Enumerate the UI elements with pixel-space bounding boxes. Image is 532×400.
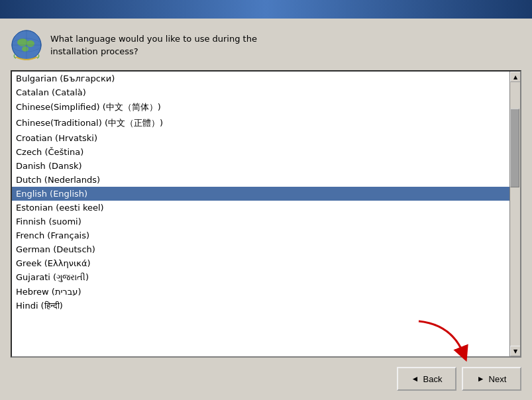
back-button[interactable]: ◄ Back [397, 367, 456, 391]
scrollbar-down-button[interactable]: ▼ [510, 346, 521, 356]
language-list-item[interactable]: Gujarati (ગુજરાતી) [12, 270, 509, 285]
next-icon: ► [477, 374, 485, 383]
main-content: What language would you like to use duri… [0, 19, 532, 400]
button-row: ◄ Back ► Next [11, 364, 521, 392]
language-list-item[interactable]: Greek (Ελληνικά) [12, 256, 509, 270]
language-list-item[interactable]: Czech (Čeština) [12, 145, 509, 159]
language-list-item[interactable]: Chinese(Simplified) (中文（简体）) [12, 99, 509, 115]
language-list-item[interactable]: Bulgarian (Български) [12, 72, 509, 85]
language-list-item[interactable]: German (Deutsch) [12, 242, 509, 256]
language-list-item[interactable]: Finnish (suomi) [12, 215, 509, 228]
language-list-item[interactable]: Danish (Dansk) [12, 159, 509, 173]
scrollbar-thumb-area[interactable] [510, 82, 520, 346]
language-list-item[interactable]: Estonian (eesti keel) [12, 201, 509, 215]
back-icon: ◄ [411, 374, 419, 383]
language-list-item[interactable]: Hindi (हिन्दी) [12, 299, 509, 313]
next-button[interactable]: ► Next [462, 367, 521, 391]
back-label: Back [423, 374, 442, 384]
scrollbar-up-button[interactable]: ▲ [510, 72, 521, 82]
svg-point-3 [27, 40, 34, 47]
language-list-item[interactable]: English (English) [12, 187, 509, 201]
language-list-item[interactable]: Croatian (Hrvatski) [12, 131, 509, 145]
language-list-item[interactable]: Hebrew (עברית) [12, 285, 509, 299]
globe-icon [11, 29, 42, 61]
header-text: What language would you like to use duri… [50, 32, 257, 58]
language-list-item[interactable]: Dutch (Nederlands) [12, 173, 509, 187]
header-question: What language would you like to use duri… [50, 34, 257, 57]
next-label: Next [489, 374, 507, 384]
header-section: What language would you like to use duri… [11, 26, 521, 64]
svg-point-4 [22, 46, 28, 52]
language-list-container: Bulgarian (Български)Catalan (Català)Chi… [11, 70, 521, 358]
language-list[interactable]: Bulgarian (Български)Catalan (Català)Chi… [12, 72, 509, 356]
language-list-item[interactable]: French (Français) [12, 228, 509, 242]
scrollbar-thumb[interactable] [510, 109, 519, 187]
title-bar [0, 0, 532, 19]
scrollbar-track[interactable]: ▲ ▼ [509, 72, 520, 356]
language-list-item[interactable]: Chinese(Traditional) (中文（正體）) [12, 115, 509, 131]
language-list-item[interactable]: Catalan (Català) [12, 85, 509, 99]
